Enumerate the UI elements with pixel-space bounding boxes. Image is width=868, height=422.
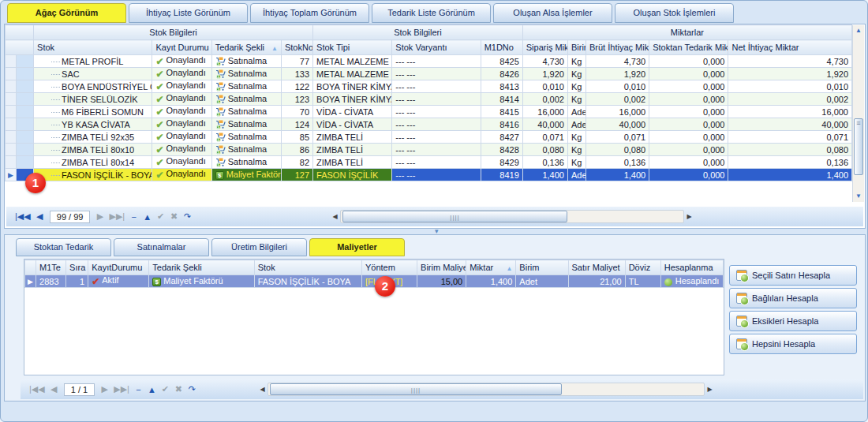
column-header-stokno[interactable]: StokNo xyxy=(281,40,312,55)
column-band[interactable]: Stok Bilgileri xyxy=(313,25,523,40)
scroll-up-icon[interactable]: ▲ xyxy=(853,25,864,36)
column-header-birim[interactable]: Birim xyxy=(516,260,568,275)
table-row[interactable]: YB KASA CİVATA✔Onaylandı$Satınalma124VİD… xyxy=(6,118,852,131)
row-selector-cell[interactable] xyxy=(17,55,34,68)
scroll-down-icon[interactable]: ▼ xyxy=(853,191,864,202)
hscroll-track[interactable]: |||| xyxy=(340,210,684,223)
table-row[interactable]: ZIMBA TELİ 92x35✔Onaylandı$Satınalma85ZI… xyxy=(6,131,852,144)
row-selector-cell[interactable] xyxy=(17,118,34,131)
column-header-tedarik-şekli[interactable]: Tedarik Şekli xyxy=(149,260,254,275)
cell-m1dno: 8425 xyxy=(481,55,522,68)
button-seçili-satırı-hesapla[interactable]: Seçili Satırı Hesapla xyxy=(729,265,857,286)
band-blank xyxy=(6,25,34,40)
next-record-button[interactable]: ▶ xyxy=(98,383,111,395)
row-selector-cell[interactable] xyxy=(17,144,34,156)
row-selector-cell[interactable] xyxy=(17,68,34,80)
edit-record-button[interactable]: ▲ xyxy=(145,384,159,395)
post-edit-button[interactable]: ✔ xyxy=(154,211,167,222)
column-header-kayıtdurumu[interactable]: KayıtDurumu xyxy=(88,260,149,275)
cell-birim-maliyet-input[interactable]: 15,00 xyxy=(417,275,466,288)
scroll-right-icon[interactable]: ▶ xyxy=(705,383,715,396)
refresh-button[interactable]: ↷ xyxy=(185,383,199,395)
column-header-tedarik-şekli[interactable]: Tedarik Şekli▲ xyxy=(211,40,281,55)
table-row[interactable]: METAL PROFİL✔Onaylandı$Satınalma77METAL … xyxy=(6,55,852,68)
prior-record-button[interactable]: ◀ xyxy=(47,383,61,395)
tab-maliyetler[interactable]: Maliyetler xyxy=(309,238,405,256)
table-row[interactable]: ▶FASON İŞÇİLİK - BOYA✔Onaylandı$Maliyet … xyxy=(6,169,852,181)
button-bağlıları-hesapla[interactable]: Bağlıları Hesapla xyxy=(729,288,857,308)
table-row[interactable]: ZIMBA TELİ 80x14✔Onaylandı$Satınalma82ZI… xyxy=(6,156,852,169)
column-header-kayıt-durumu[interactable]: Kayıt Durumu xyxy=(152,40,211,55)
column-header-m1dno[interactable]: M1DNo xyxy=(481,40,522,55)
column-header-stok-tipi[interactable]: Stok Tipi xyxy=(313,40,392,55)
prior-record-button[interactable]: ◀ xyxy=(33,211,47,222)
tab-i̇htiyaç-liste-görünüm[interactable]: İhtiyaç Liste Görünüm xyxy=(129,3,248,23)
column-header-birim[interactable]: Birim xyxy=(567,40,586,55)
scroll-left-icon[interactable]: ◀ xyxy=(330,210,340,223)
table-row[interactable]: ZIMBA TELİ 80x10✔Onaylandı$Satınalma86ZI… xyxy=(6,144,852,156)
tab-tedarik-liste-görünüm[interactable]: Tedarik Liste Görünüm xyxy=(372,3,491,23)
vscroll-thumb[interactable]: ≡ xyxy=(854,118,863,175)
vertical-scrollbar[interactable]: ▲ ≡ ▼ xyxy=(852,25,864,202)
table-row[interactable]: BOYA ENDÜSTRİYEL GR✔Onaylandı$Satınalma1… xyxy=(6,80,852,93)
cancel-edit-button[interactable]: ✖ xyxy=(172,383,185,395)
column-header-sipariş-miktar[interactable]: Sipariş Miktar xyxy=(522,40,567,55)
row-selector-cell[interactable] xyxy=(17,131,34,144)
edit-record-button[interactable]: ▲ xyxy=(140,211,154,222)
column-band[interactable]: Miktarlar xyxy=(522,25,851,40)
last-record-button[interactable]: ▶▶| xyxy=(111,383,132,395)
app-window: Ağaç Görünümİhtiyaç Liste Görünümİhtiyaç… xyxy=(0,0,868,422)
column-header-stok[interactable]: Stok xyxy=(254,260,361,275)
delete-record-button[interactable]: − xyxy=(127,211,140,222)
tab-stoktan-tedarik[interactable]: Stoktan Tedarik xyxy=(16,238,111,256)
column-header-döviz[interactable]: Döviz xyxy=(625,260,660,275)
column-header-m1te[interactable]: M1Te xyxy=(36,260,66,275)
cart-icon: $ xyxy=(215,120,226,129)
row-selector-cell[interactable] xyxy=(17,106,34,118)
scroll-right-icon[interactable]: ▶ xyxy=(684,210,694,223)
hscroll-thumb[interactable]: |||| xyxy=(342,211,567,222)
first-record-button[interactable]: |◀◀ xyxy=(13,211,33,222)
column-header-birim-maliyet[interactable]: Birim Maliyet xyxy=(417,260,466,275)
first-record-button[interactable]: |◀◀ xyxy=(27,383,47,395)
last-record-button[interactable]: ▶▶| xyxy=(107,211,127,222)
button-hepsini-hesapla[interactable]: Hepsini Hesapla xyxy=(729,334,857,354)
tab-ağaç-görünüm[interactable]: Ağaç Görünüm xyxy=(7,3,126,23)
column-header-sıra[interactable]: Sıra xyxy=(66,260,88,275)
post-edit-button[interactable]: ✔ xyxy=(159,383,172,395)
row-selector-cell[interactable] xyxy=(17,156,34,169)
column-header-satır-maliyet[interactable]: Satır Maliyet xyxy=(568,260,625,275)
table-row[interactable]: SAC✔Onaylandı$Satınalma133METAL MALZEME-… xyxy=(6,68,852,80)
button-eksikleri-hesapla[interactable]: Eksikleri Hesapla xyxy=(729,311,857,331)
column-header-stok-varyantı[interactable]: Stok Varyantı xyxy=(392,40,481,55)
scroll-left-icon[interactable]: ◀ xyxy=(257,383,268,396)
table-row[interactable]: ▶28831✔Aktif$Maliyet FaktörüFASON İŞÇİLİ… xyxy=(25,275,724,288)
delete-record-button[interactable]: − xyxy=(132,384,145,395)
hscroll-thumb[interactable]: |||| xyxy=(270,383,562,395)
column-header-stoktan-tedarik-miktar[interactable]: Stoktan Tedarik Miktar xyxy=(649,40,728,55)
column-header-miktar[interactable]: Miktar▲ xyxy=(466,260,516,275)
column-header-net-i̇htiyaç-miktar[interactable]: Net İhtiyaç Miktar xyxy=(728,40,852,55)
column-header-yöntem[interactable]: Yöntem xyxy=(361,260,417,275)
next-record-button[interactable]: ▶ xyxy=(93,211,107,222)
horizontal-scrollbar[interactable]: ◀ |||| ▶ xyxy=(257,383,715,396)
panel-splitter[interactable]: ▾ xyxy=(4,229,866,233)
tab-üretim-bilgileri[interactable]: Üretim Bilgileri xyxy=(211,238,307,256)
tab-oluşan-alsa-i̇şlemler[interactable]: Oluşan Alsa İşlemler xyxy=(493,3,612,23)
tab-i̇htiyaç-toplam-görünüm[interactable]: İhtiyaç Toplam Görünüm xyxy=(250,3,369,23)
tab-satınalmalar[interactable]: Satınalmalar xyxy=(114,238,209,256)
hscroll-track[interactable]: |||| xyxy=(268,383,705,396)
table-row[interactable]: TİNER SELÜLOZİK✔Onaylandı$Satınalma123BO… xyxy=(6,93,852,106)
tab-oluşan-stok-i̇şlemleri[interactable]: Oluşan Stok İşlemleri xyxy=(615,3,734,23)
refresh-button[interactable]: ↷ xyxy=(181,211,194,222)
column-band[interactable]: Stok Bilgileri xyxy=(34,25,313,40)
column-header-hesaplanma[interactable]: Hesaplanma xyxy=(660,260,723,275)
row-selector-cell[interactable] xyxy=(17,80,34,93)
row-indicator xyxy=(6,55,17,68)
cancel-edit-button[interactable]: ✖ xyxy=(167,211,181,222)
column-header-brüt-i̇htiyaç-miktar[interactable]: Brüt İhtiyaç Miktar xyxy=(586,40,649,55)
horizontal-scrollbar[interactable]: ◀ |||| ▶ xyxy=(330,210,694,223)
table-row[interactable]: M6 FİBERLİ SOMUN✔Onaylandı$Satınalma70Vİ… xyxy=(6,106,852,118)
column-header-stok[interactable]: Stok xyxy=(34,40,152,55)
row-selector-cell[interactable] xyxy=(17,93,34,106)
